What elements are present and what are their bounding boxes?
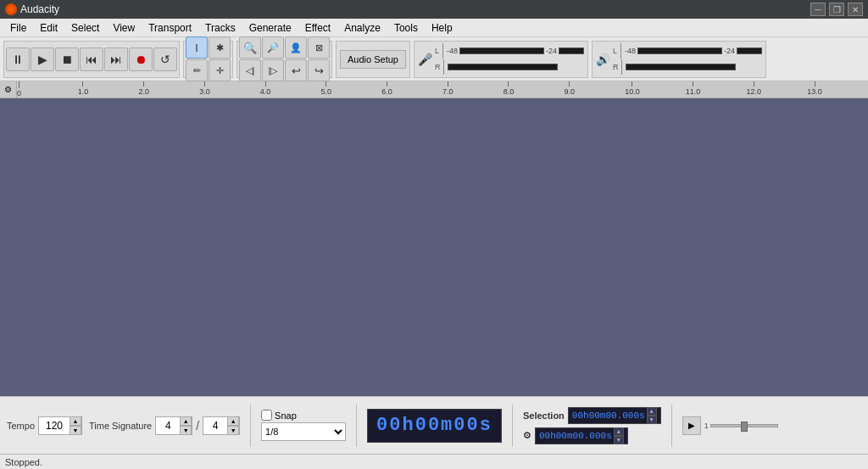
tempo-spinbox: ▲ ▼	[38, 416, 82, 435]
sel-start-up-button[interactable]: ▲	[647, 407, 657, 416]
time-display: 00h00m00s	[367, 409, 502, 443]
menu-help[interactable]: Help	[425, 20, 459, 36]
menu-view[interactable]: View	[106, 20, 142, 36]
playback-rate-slider[interactable]	[710, 424, 778, 427]
snap-label: Snap	[275, 410, 297, 421]
snap-checkbox[interactable]	[261, 410, 272, 421]
menu-transport[interactable]: Transport	[142, 20, 198, 36]
selection-area: Selection 00h00m00.000s ▲ ▼ ⚙ 00h00m00.0…	[523, 407, 661, 444]
toolbar-area: ⏸ ▶ ⏹ ⏮ ⏭ ⏺ ↺ I ✱ ✏ ✛	[0, 37, 868, 81]
zoom-out-button[interactable]: 🔎	[262, 36, 284, 59]
ruler-settings-button[interactable]: ⚙	[0, 81, 17, 98]
playback-rate-thumb[interactable]	[741, 422, 748, 432]
transport-toolbar: ⏸ ▶ ⏹ ⏮ ⏭ ⏺ ↺	[3, 41, 180, 78]
selection-start-display: 00h00m00.000s ▲ ▼	[568, 407, 661, 424]
tempo-group: Tempo ▲ ▼	[7, 416, 82, 435]
input-volume-icon: 🎤	[418, 53, 432, 66]
record-button[interactable]: ⏺	[129, 47, 153, 71]
sel-end-down-button[interactable]: ▼	[614, 436, 624, 444]
menu-file[interactable]: File	[3, 20, 33, 36]
selection-label: Selection	[523, 410, 565, 421]
pause-button[interactable]: ⏸	[6, 47, 30, 71]
tools-toolbar: I ✱ ✏ ✛	[183, 41, 233, 78]
pencil-tool[interactable]: ✏	[186, 59, 208, 81]
menu-edit[interactable]: Edit	[33, 20, 64, 36]
time-sig-numerator-spinbox: ▲ ▼	[155, 416, 192, 435]
time-sig-num-up-button[interactable]: ▲	[180, 416, 192, 426]
selection-gear-icon[interactable]: ⚙	[523, 430, 531, 441]
sel-end-up-button[interactable]: ▲	[614, 427, 624, 436]
zoom-toolbar: 🔍 🔎 👤 ⊠ ◁| |▷ ↩ ↪	[236, 41, 332, 78]
time-signature-group: Time Signature ▲ ▼ / ▲ ▼	[89, 416, 240, 435]
zoom-in-button[interactable]: 🔍	[239, 36, 261, 59]
track-area[interactable]	[0, 98, 868, 396]
audio-setup-button[interactable]: Audio Setup	[340, 50, 406, 69]
menu-tracks[interactable]: Tracks	[198, 20, 242, 36]
loop-button[interactable]: ↺	[153, 47, 177, 71]
tempo-label: Tempo	[7, 421, 35, 431]
tempo-up-button[interactable]: ▲	[70, 416, 81, 426]
menu-bar: File Edit Select View Transport Tracks G…	[0, 19, 868, 37]
window-controls: ─ ❐ ✕	[810, 3, 863, 16]
cursor-tool[interactable]: I	[186, 36, 208, 59]
tempo-input[interactable]	[39, 420, 70, 432]
menu-generate[interactable]: Generate	[242, 20, 298, 36]
selection-end-value: 00h00m00.000s	[539, 431, 612, 441]
time-sig-denominator-input[interactable]	[203, 420, 227, 432]
restore-button[interactable]: ❐	[829, 3, 844, 16]
minimize-button[interactable]: ─	[810, 3, 826, 16]
ruler-scale: 01.02.03.04.05.06.07.08.09.010.011.012.0…	[17, 81, 868, 98]
play-button[interactable]: ▶	[31, 47, 54, 71]
output-volume-icon: 🔊	[596, 53, 610, 66]
trim-right-button[interactable]: |▷	[262, 59, 284, 81]
stop-button[interactable]: ⏹	[55, 47, 79, 71]
app-title: Audacity	[20, 3, 59, 15]
zoom-sel-button[interactable]: 👤	[285, 36, 307, 59]
snap-area: Snap 1/8 1/4 1/2	[261, 410, 346, 441]
skip-start-button[interactable]: ⏮	[80, 47, 103, 71]
menu-effect[interactable]: Effect	[298, 20, 337, 36]
time-sig-den-down-button[interactable]: ▼	[227, 426, 239, 435]
zoom-fit-button[interactable]: ⊠	[308, 36, 330, 59]
time-signature-label: Time Signature	[89, 421, 152, 431]
snap-select[interactable]: 1/8 1/4 1/2	[261, 422, 346, 441]
trim-left-button[interactable]: ◁|	[239, 59, 261, 81]
playback-speed-area: ▶ 1	[682, 416, 780, 435]
redo-button[interactable]: ↪	[308, 59, 330, 81]
snap-checkbox-row: Snap	[261, 410, 346, 421]
app-icon	[5, 3, 17, 15]
multi-tool[interactable]: ✱	[209, 36, 231, 59]
time-sig-divider: /	[196, 419, 199, 433]
playback-rate-slider-container: 1	[704, 422, 780, 430]
menu-tools[interactable]: Tools	[387, 20, 425, 36]
input-meter-group: 🎤 L -48 -24 R	[414, 41, 588, 78]
ruler: ⚙ 01.02.03.04.05.06.07.08.09.010.011.012…	[0, 81, 868, 98]
bottom-bar: Tempo ▲ ▼ Time Signature ▲ ▼ /	[0, 396, 868, 454]
tempo-down-button[interactable]: ▼	[70, 426, 81, 435]
time-sig-numerator-input[interactable]	[156, 420, 180, 432]
time-sig-num-down-button[interactable]: ▼	[180, 426, 192, 435]
menu-analyze[interactable]: Analyze	[337, 20, 387, 36]
draw-tool[interactable]: ✛	[209, 59, 231, 81]
playback-play-button[interactable]: ▶	[682, 416, 701, 435]
status-text: Stopped.	[5, 457, 42, 467]
close-button[interactable]: ✕	[848, 3, 863, 16]
title-bar: Audacity ─ ❐ ✕	[0, 0, 868, 19]
time-sig-denominator-spinbox: ▲ ▼	[203, 416, 240, 435]
undo-button[interactable]: ↩	[285, 59, 307, 81]
skip-end-button[interactable]: ⏭	[104, 47, 128, 71]
selection-end-display: 00h00m00.000s ▲ ▼	[535, 427, 628, 444]
status-bar: Stopped.	[0, 454, 868, 469]
sel-start-down-button[interactable]: ▼	[647, 416, 657, 424]
menu-select[interactable]: Select	[64, 20, 106, 36]
selection-start-value: 00h00m00.000s	[572, 410, 645, 421]
time-sig-den-up-button[interactable]: ▲	[227, 416, 239, 426]
audio-setup-group: Audio Setup	[336, 41, 410, 78]
output-meter-group: 🔊 L -48 -24 R	[592, 41, 766, 78]
